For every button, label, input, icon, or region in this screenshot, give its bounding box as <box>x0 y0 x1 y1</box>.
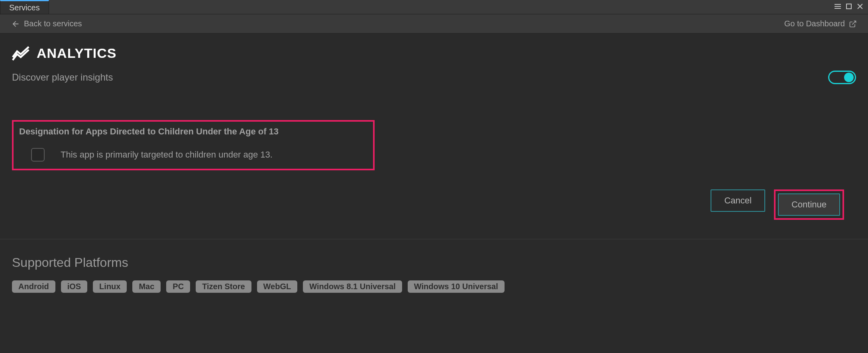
tab-bar: Services <box>0 0 868 14</box>
window-controls <box>834 2 864 10</box>
svg-rect-3 <box>846 4 851 9</box>
continue-button-label: Continue <box>791 199 827 210</box>
service-enable-toggle[interactable] <box>828 71 856 84</box>
coppa-checkbox[interactable] <box>31 148 45 162</box>
continue-button-highlight: Continue <box>774 189 844 220</box>
platform-chip: Android <box>12 280 55 293</box>
back-label: Back to services <box>24 19 82 28</box>
service-header: ANALYTICS <box>12 45 856 61</box>
platform-chip: Windows 10 Universal <box>408 280 505 293</box>
coppa-checkbox-row: This app is primarily targeted to childr… <box>19 148 367 162</box>
cancel-button[interactable]: Cancel <box>711 189 765 212</box>
coppa-checkbox-label: This app is primarily targeted to childr… <box>61 150 273 160</box>
analytics-icon <box>12 46 29 61</box>
close-icon[interactable] <box>856 2 864 10</box>
platform-chip-row: AndroidiOSLinuxMacPCTizen StoreWebGLWind… <box>12 280 856 293</box>
dashboard-label: Go to Dashboard <box>784 19 845 28</box>
service-tagline: Discover player insights <box>12 72 113 83</box>
platform-chip: Tizen Store <box>196 280 251 293</box>
continue-button[interactable]: Continue <box>778 193 840 216</box>
svg-rect-0 <box>835 4 841 5</box>
platform-chip: Linux <box>93 280 127 293</box>
external-link-icon <box>849 20 857 28</box>
go-to-dashboard-link[interactable]: Go to Dashboard <box>784 19 857 28</box>
arrow-left-icon <box>11 20 20 28</box>
service-panel: ANALYTICS Discover player insights Desig… <box>0 34 868 220</box>
coppa-heading: Designation for Apps Directed to Childre… <box>19 126 367 137</box>
supported-platforms-section: Supported Platforms AndroidiOSLinuxMacPC… <box>0 239 868 305</box>
platform-chip: PC <box>166 280 190 293</box>
svg-rect-2 <box>835 8 841 9</box>
supported-platforms-heading: Supported Platforms <box>12 255 856 270</box>
coppa-designation-section: Designation for Apps Directed to Childre… <box>12 120 856 170</box>
platform-chip: Windows 8.1 Universal <box>303 280 402 293</box>
platform-chip: iOS <box>61 280 87 293</box>
svg-rect-1 <box>835 6 841 7</box>
maximize-icon[interactable] <box>845 2 853 10</box>
service-subtitle-row: Discover player insights <box>12 71 856 84</box>
back-to-services-link[interactable]: Back to services <box>11 19 82 28</box>
service-title: ANALYTICS <box>37 45 116 61</box>
svg-line-6 <box>852 21 856 24</box>
cancel-button-label: Cancel <box>724 195 751 206</box>
coppa-designation-highlight: Designation for Apps Directed to Childre… <box>12 120 375 170</box>
window-menu-icon[interactable] <box>834 2 842 10</box>
platform-chip: WebGL <box>257 280 298 293</box>
breadcrumb-bar: Back to services Go to Dashboard <box>0 14 868 34</box>
tab-label: Services <box>9 3 40 12</box>
platform-chip: Mac <box>132 280 161 293</box>
toggle-knob <box>844 73 854 82</box>
tab-services[interactable]: Services <box>0 0 49 14</box>
action-row: Cancel Continue <box>12 189 856 220</box>
